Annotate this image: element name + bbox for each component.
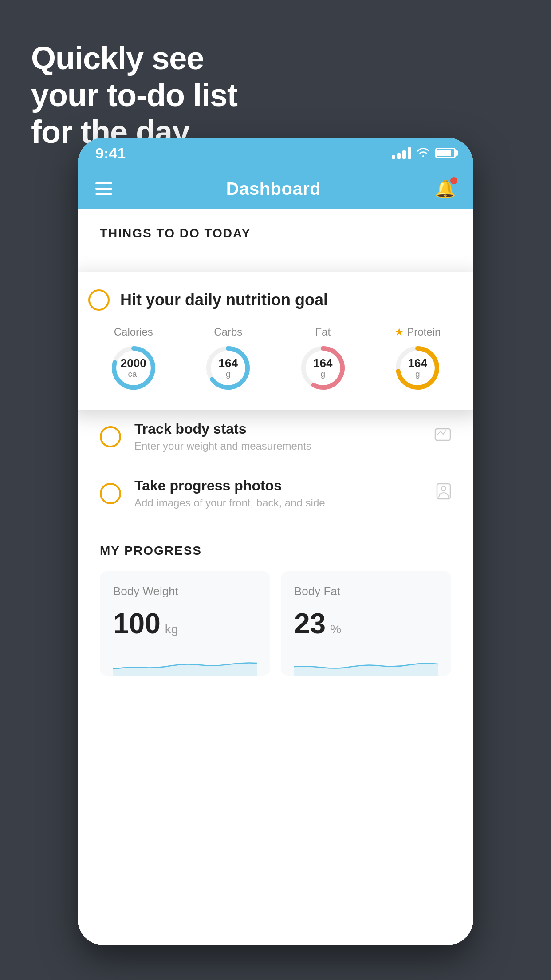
body-fat-card: Body Fat 23 % [281,571,451,676]
calories-donut: 2000 cal [109,344,158,392]
status-icons [392,146,456,160]
body-fat-value-row: 23 % [294,607,438,640]
body-weight-value-row: 100 kg [113,607,257,640]
headline-line2: your to-do list [31,77,237,114]
nutrition-card: Hit your daily nutrition goal Calories [78,272,473,410]
battery-icon [435,148,456,158]
protein-label: ★ Protein [394,326,441,338]
main-content: THINGS TO DO TODAY Hit your daily nutrit… [78,209,473,945]
nutrition-carbs: Carbs 164 g [204,326,252,392]
progress-cards: Body Weight 100 kg Body Fat [100,571,451,676]
fat-label: Fat [315,326,331,338]
body-fat-unit: % [330,622,341,636]
status-time: 9:41 [95,145,126,162]
body-weight-chart [113,649,257,676]
carbs-unit: g [219,370,238,379]
protein-label-text: Protein [407,326,441,338]
nutrition-grid: Calories 2000 cal [88,326,463,392]
body-fat-value: 23 [294,607,326,640]
scale-icon [434,427,451,446]
photos-check-circle [100,483,121,504]
calories-label: Calories [114,326,153,338]
wifi-icon [417,146,430,160]
fat-donut: 164 g [299,344,347,392]
nutrition-check-circle[interactable] [88,289,110,311]
nav-bar: Dashboard 🔔 [78,169,473,209]
fat-unit: g [313,370,332,379]
status-bar: 9:41 [78,138,473,169]
phone-mockup: 9:41 Dashboard 🔔 [78,138,473,945]
nutrition-fat: Fat 164 g [299,326,347,392]
signal-bars-icon [392,147,411,159]
calories-value: 2000 [121,357,146,370]
nutrition-card-title: Hit your daily nutrition goal [120,291,328,309]
body-weight-value: 100 [113,607,161,640]
body-weight-unit: kg [165,622,178,636]
body-stats-text: Track body stats Enter your weight and m… [134,421,421,452]
body-weight-card-title: Body Weight [113,585,257,598]
card-title-row: Hit your daily nutrition goal [88,289,463,311]
body-fat-chart [294,649,438,676]
hamburger-menu[interactable] [95,182,112,195]
svg-rect-8 [435,429,450,440]
progress-section: MY PROGRESS Body Weight 100 kg [78,544,473,676]
photos-subtitle: Add images of your front, back, and side [134,497,423,509]
nutrition-calories: Calories 2000 cal [109,326,158,392]
person-photo-icon [436,483,451,504]
nav-title: Dashboard [226,179,321,199]
calories-unit: cal [121,370,146,379]
body-stats-check-circle [100,426,121,447]
carbs-label: Carbs [214,326,242,338]
protein-unit: g [408,370,427,379]
protein-value: 164 [408,357,427,370]
progress-header: MY PROGRESS [100,544,451,558]
star-icon: ★ [394,326,404,338]
protein-donut: 164 g [393,344,442,392]
fat-value: 164 [313,357,332,370]
photos-title: Take progress photos [134,478,423,494]
body-weight-card: Body Weight 100 kg [100,571,270,676]
notification-dot [450,177,457,184]
carbs-value: 164 [219,357,238,370]
headline-line1: Quickly see [31,40,237,77]
photos-text: Take progress photos Add images of your … [134,478,423,509]
notification-bell-icon[interactable]: 🔔 [435,179,456,198]
headline: Quickly see your to-do list for the day. [31,40,237,150]
body-stats-subtitle: Enter your weight and measurements [134,440,421,452]
nutrition-protein: ★ Protein 164 g [393,326,442,392]
carbs-donut: 164 g [204,344,252,392]
todo-item-photos[interactable]: Take progress photos Add images of your … [78,465,473,522]
todo-item-body-stats[interactable]: Track body stats Enter your weight and m… [78,408,473,465]
svg-point-10 [441,486,446,491]
things-to-do-header: THINGS TO DO TODAY [78,209,473,249]
body-stats-title: Track body stats [134,421,421,437]
body-fat-card-title: Body Fat [294,585,438,598]
